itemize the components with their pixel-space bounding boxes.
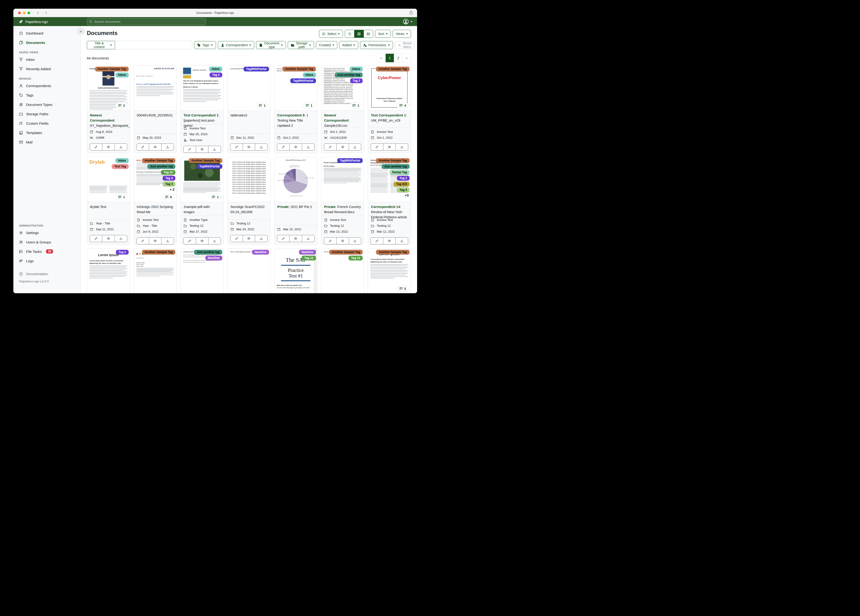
card-title[interactable]: Sonstige ScanPC2022 03-24_081058 — [228, 202, 270, 219]
sidebar-collapse-button[interactable]: « — [77, 28, 85, 34]
sidebar-item-inbox[interactable]: Inbox — [13, 55, 80, 64]
pagination-next[interactable]: » — [402, 54, 411, 62]
tag-pill-test-tag[interactable]: Test Tag — [112, 164, 129, 169]
document-card[interactable]: ✻ BANK OF SCOTLANDBank of Scotland · 108… — [134, 65, 177, 153]
filter-button-permissions[interactable]: Permissions — [360, 41, 393, 49]
tag-pill-another-sample[interactable]: Another Sample Tag — [282, 67, 316, 71]
preview-button[interactable] — [289, 143, 302, 151]
browser-forward-icon[interactable] — [44, 11, 48, 15]
tag-pill-just-another[interactable]: Just another tag — [148, 164, 175, 169]
tag-pill-tagwithpartial[interactable]: TagWithPartial — [337, 158, 363, 163]
card-thumbnail[interactable]: Lorem ipsumLorem ipsum dolor sit amet, c… — [368, 248, 411, 293]
card-thumbnail[interactable]: Francja pod rNAPOLEON BONAPARTEAnother S… — [87, 66, 130, 111]
tag-pill-another-sample[interactable]: Another Sample Tag — [376, 158, 410, 163]
card-thumbnail[interactable]: Another Sample TagTagWithPartial1 — [181, 157, 223, 202]
tag-pill-tag2[interactable]: Tag 2 — [350, 79, 363, 83]
document-card[interactable]: Lorem ipsumLorem ipsum dolor sit amet, c… — [368, 248, 411, 293]
edit-button[interactable] — [89, 235, 102, 242]
card-title[interactable]: Private: French Country Bread Revised.do… — [321, 202, 364, 216]
card-title[interactable]: tablerates2 — [228, 111, 270, 134]
download-button[interactable] — [115, 235, 127, 242]
download-button[interactable] — [208, 237, 221, 244]
card-title[interactable]: 0004814539_20230531 — [134, 111, 177, 134]
document-card[interactable]: Medical TeacherHas the new Kirkpatrick g… — [180, 65, 224, 153]
card-thumbnail[interactable]: CyberPowerPowerPanel® Business EditionUs… — [368, 66, 411, 111]
download-button[interactable] — [395, 237, 408, 244]
tag-pill-newone[interactable]: NewOne — [252, 250, 269, 255]
tag-pill-another-sample[interactable]: Another Sample Tag — [142, 158, 176, 163]
edit-button[interactable] — [137, 143, 149, 151]
tag-pill-tag222[interactable]: Tag 222 — [394, 182, 410, 186]
card-thumbnail[interactable]: French Country BreadFor the LeavenTagWit… — [321, 157, 364, 202]
filter-button-added[interactable]: Added — [339, 41, 358, 49]
download-button[interactable] — [349, 143, 361, 151]
edit-button[interactable] — [183, 237, 196, 244]
sidebar-item-templates[interactable]: Templates — [13, 128, 80, 137]
document-card[interactable]: Patient BP Distribution 2011Isolated Sys… — [274, 157, 317, 245]
reset-filters-button[interactable]: Reset filters — [395, 41, 415, 49]
tag-pill-tagwithpartial[interactable]: TagWithPartial — [290, 79, 316, 83]
tag-pill-tag2[interactable]: Tag 2 — [397, 176, 410, 181]
card-title[interactable]: Test Correspondent 1: UM_PPBE_en_v29 — [368, 111, 411, 128]
card-title[interactable]: Correspondent 9: 1 Testing New Title Upd… — [275, 111, 317, 134]
comment-badge[interactable]: 5 — [396, 286, 409, 292]
comment-badge[interactable]: 1 — [256, 102, 268, 108]
comment-badge[interactable]: 1 — [209, 194, 221, 200]
document-card[interactable]: This is a testAnother Sample TagTag 12 — [321, 248, 364, 293]
card-title[interactable]: Newest Correspondent: Sample100.csv — [321, 111, 364, 128]
tag-pill-inbox[interactable]: Inbox — [116, 72, 129, 77]
app-brand[interactable]: Paperless-ngx — [13, 19, 81, 24]
document-card[interactable]: DrylabInboxTest Tag1drylab TestYear - Ti… — [87, 157, 130, 245]
card-thumbnail[interactable]: one,1.0five,5.0Another Sample TagInboxTa… — [275, 66, 317, 111]
tag-pill-inbox[interactable]: Inbox — [209, 67, 222, 71]
download-button[interactable] — [115, 143, 127, 151]
sidebar-item-file-tasks[interactable]: File Tasks16 — [13, 247, 80, 256]
tag-pill-tag3[interactable]: Tag 3 — [397, 188, 410, 192]
preview-button[interactable] — [336, 143, 349, 151]
tag-pill-just-another[interactable]: Just another tag — [335, 72, 363, 77]
preview-button[interactable] — [243, 143, 255, 151]
tag-pill-tag2[interactable]: Tag 2 — [210, 72, 222, 77]
sidebar-item-mail[interactable]: Mail — [13, 137, 80, 147]
comment-badge[interactable]: 1 — [350, 102, 362, 108]
card-thumbnail[interactable]: Country,Region/State,”Country,Region/Sta… — [228, 66, 270, 111]
card-thumbnail[interactable]: Contact Sheet DemoGiven a set of image f… — [181, 248, 223, 293]
sidebar-item-document-types[interactable]: Document Types — [13, 100, 80, 109]
card-thumbnail[interactable]: Review of Arbitral Awards Shows Swift Re… — [368, 157, 411, 202]
tag-pill-tagwithpartial[interactable]: TagWithPartial — [197, 164, 222, 169]
card-title[interactable]: Newest Correspondent: H7_Napoleon_Bonapa… — [87, 111, 130, 128]
document-card[interactable]: Review of Arbitral Awards Shows Swift Re… — [368, 157, 411, 245]
sidebar-item-recently-added[interactable]: Recently Added — [13, 64, 80, 74]
download-button[interactable] — [161, 237, 174, 244]
filter-button-correspondent[interactable]: Correspondent — [218, 41, 254, 49]
card-title[interactable]: Correspondent 14: Review-of-New-York-Fed… — [368, 202, 411, 216]
edit-button[interactable] — [183, 146, 196, 153]
card-thumbnail[interactable]: This is a multi page document. Page 1.Ne… — [228, 248, 270, 293]
sidebar-item-documentation[interactable]: Documentation — [13, 269, 80, 279]
sort-button[interactable]: Sort — [375, 30, 391, 38]
tag-pill-another-sample[interactable]: Another Sample Tag — [189, 158, 222, 163]
document-card[interactable]: French Country BreadFor the LeavenTagWit… — [321, 157, 364, 245]
document-card[interactable]: Another Sample TagTagWithPartial12sample… — [180, 157, 224, 245]
sidebar-item-documents[interactable]: Documents — [13, 38, 80, 47]
close-window-button[interactable] — [18, 11, 21, 14]
filter-button-tags[interactable]: Tags — [194, 41, 216, 49]
card-thumbnail[interactable]: Test Name123-456-7890January 2, 2022July… — [134, 248, 177, 293]
document-card[interactable]: The SATPracticeTest #1Make time to take … — [274, 248, 317, 293]
document-card[interactable]: Contact Sheet DemoGiven a set of image f… — [180, 248, 224, 293]
zoom-window-button[interactable] — [27, 11, 30, 14]
view-mode-grid-button[interactable] — [354, 30, 364, 38]
card-thumbnail[interactable]: ✻ BANK OF SCOTLANDBank of Scotland · 108… — [134, 66, 177, 111]
preview-button[interactable] — [149, 237, 162, 244]
title-content-filter-button[interactable]: Title & content — [87, 41, 115, 49]
tag-pill-just-another[interactable]: Just another tag — [194, 250, 222, 255]
edit-button[interactable] — [324, 237, 337, 244]
tag-pill-tag2[interactable]: Tag 2 — [163, 176, 175, 181]
tag-pill-tag12[interactable]: Tag 12 — [301, 256, 316, 260]
user-menu[interactable] — [403, 19, 413, 25]
minimize-window-button[interactable] — [23, 11, 25, 14]
preview-button[interactable] — [383, 237, 396, 244]
edit-button[interactable] — [137, 237, 149, 244]
download-button[interactable] — [208, 146, 221, 153]
edit-button[interactable] — [370, 237, 383, 244]
